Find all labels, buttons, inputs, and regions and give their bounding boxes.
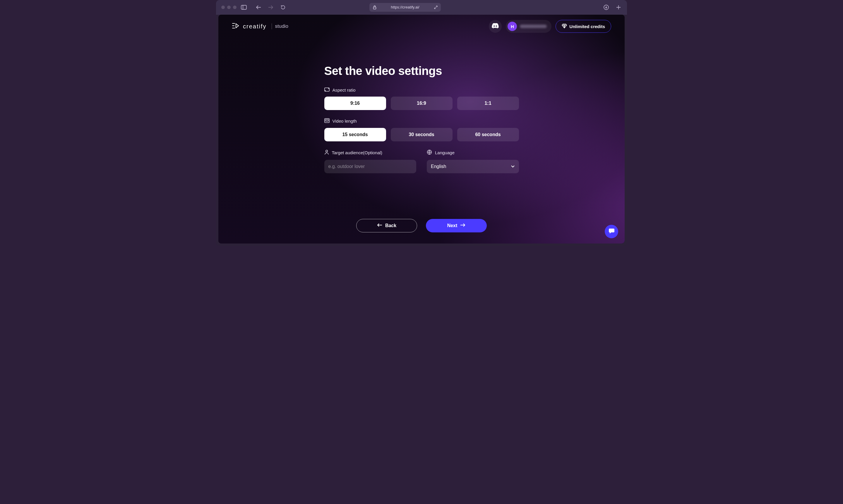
traffic-minimize[interactable] bbox=[227, 5, 231, 9]
audience-input[interactable] bbox=[324, 160, 416, 173]
language-label: Language bbox=[427, 149, 519, 156]
chat-icon bbox=[608, 228, 615, 235]
credits-label: Unlimited credits bbox=[569, 24, 605, 29]
avatar: H bbox=[507, 22, 517, 31]
discord-button[interactable] bbox=[489, 20, 502, 33]
lock-icon bbox=[373, 5, 376, 10]
reload-button[interactable] bbox=[280, 4, 286, 11]
length-option-30s[interactable]: 30 seconds bbox=[391, 128, 452, 141]
discord-icon bbox=[491, 23, 499, 30]
language-value: English bbox=[431, 164, 446, 169]
aspect-label: Aspect ratio bbox=[324, 88, 519, 92]
aspect-options: 9:16 16:9 1:1 bbox=[324, 96, 519, 110]
length-option-15s[interactable]: 15 seconds bbox=[324, 128, 386, 141]
traffic-close[interactable] bbox=[221, 5, 225, 9]
next-button[interactable]: Next bbox=[426, 219, 487, 232]
downloads-icon[interactable] bbox=[603, 4, 609, 11]
svg-rect-0 bbox=[241, 5, 247, 10]
new-tab-icon[interactable] bbox=[615, 4, 622, 11]
nav-back-button[interactable] bbox=[255, 4, 262, 11]
chat-support-button[interactable] bbox=[605, 225, 618, 238]
url-text: https://creatify.ai/ bbox=[391, 5, 419, 10]
logo-mark-icon bbox=[232, 22, 240, 31]
user-email-blurred bbox=[520, 24, 547, 28]
audience-label: Target audience(Optional) bbox=[324, 149, 416, 156]
person-icon bbox=[324, 149, 329, 156]
page-title: Set the video settings bbox=[324, 65, 519, 77]
globe-icon bbox=[427, 149, 432, 156]
user-menu[interactable]: H bbox=[506, 20, 552, 33]
aspect-option-16-9[interactable]: 16:9 bbox=[391, 96, 452, 110]
wizard-nav: Back Next bbox=[218, 219, 625, 232]
credits-button[interactable]: Unlimited credits bbox=[556, 20, 611, 33]
brand-name: creatify bbox=[243, 23, 266, 30]
language-select[interactable]: English bbox=[427, 160, 519, 173]
traffic-zoom[interactable] bbox=[233, 5, 236, 9]
length-label: Video length bbox=[324, 118, 519, 124]
video-length-icon bbox=[324, 118, 329, 124]
back-button[interactable]: Back bbox=[356, 219, 417, 232]
svg-rect-2 bbox=[374, 7, 376, 9]
sidebar-toggle-icon[interactable] bbox=[240, 4, 247, 11]
back-label: Back bbox=[385, 223, 396, 228]
svg-point-10 bbox=[325, 150, 327, 152]
share-link-icon[interactable] bbox=[434, 5, 438, 10]
avatar-initial: H bbox=[511, 24, 514, 29]
arrow-left-icon bbox=[377, 223, 382, 228]
browser-window: https://creatify.ai/ bbox=[216, 0, 627, 246]
next-label: Next bbox=[447, 223, 458, 228]
arrow-right-icon bbox=[460, 223, 465, 228]
length-options: 15 seconds 30 seconds 60 seconds bbox=[324, 128, 519, 141]
nav-group bbox=[255, 4, 286, 11]
nav-forward-button[interactable] bbox=[268, 4, 274, 11]
chevron-down-icon bbox=[511, 164, 515, 169]
aspect-option-9-16[interactable]: 9:16 bbox=[324, 96, 386, 110]
app-page: creatify studio H bbox=[218, 15, 625, 244]
brand-sub: studio bbox=[272, 23, 288, 29]
aspect-ratio-icon bbox=[324, 88, 329, 92]
settings-form: Set the video settings Aspect ratio 9:16… bbox=[324, 65, 519, 173]
app-header: creatify studio H bbox=[218, 15, 625, 38]
aspect-option-1-1[interactable]: 1:1 bbox=[457, 96, 519, 110]
length-option-60s[interactable]: 60 seconds bbox=[457, 128, 519, 141]
brand-logo[interactable]: creatify studio bbox=[232, 22, 288, 31]
browser-chrome: https://creatify.ai/ bbox=[216, 0, 627, 15]
diamond-icon bbox=[562, 24, 567, 29]
url-bar[interactable]: https://creatify.ai/ bbox=[370, 3, 441, 12]
window-traffic-lights bbox=[221, 5, 236, 9]
